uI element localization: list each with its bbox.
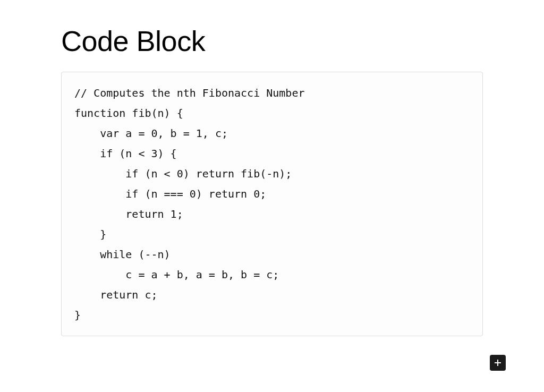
add-block-button[interactable]	[490, 355, 506, 371]
plus-icon	[494, 359, 502, 367]
page-title: Code Block	[61, 25, 483, 57]
code-block[interactable]: // Computes the nth Fibonacci Number fun…	[61, 72, 483, 336]
